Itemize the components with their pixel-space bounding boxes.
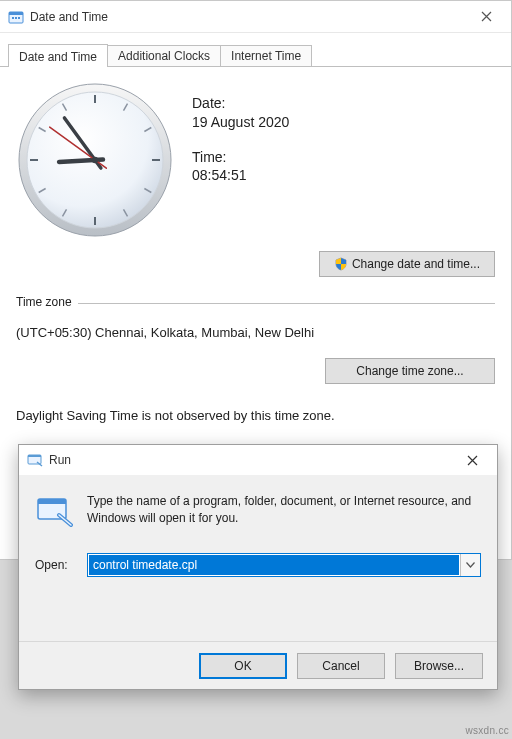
- change-timezone-label: Change time zone...: [356, 364, 463, 378]
- run-title-bar[interactable]: Run: [19, 445, 497, 475]
- change-date-time-label: Change date and time...: [352, 257, 480, 271]
- tab-date-and-time[interactable]: Date and Time: [8, 44, 108, 67]
- svg-rect-24: [28, 455, 41, 457]
- change-timezone-button[interactable]: Change time zone...: [325, 358, 495, 384]
- tab-additional-clocks[interactable]: Additional Clocks: [107, 45, 221, 66]
- run-message: Type the name of a program, folder, docu…: [87, 493, 481, 528]
- window-title: Date and Time: [30, 10, 108, 24]
- tab-bar: Date and Time Additional Clocks Internet…: [0, 33, 511, 67]
- run-app-icon: [35, 493, 73, 531]
- dst-text: Daylight Saving Time is not observed by …: [16, 408, 495, 423]
- svg-rect-26: [38, 499, 66, 504]
- svg-rect-2: [12, 17, 14, 19]
- close-button[interactable]: [467, 4, 505, 30]
- analog-clock: [16, 81, 174, 239]
- date-value: 19 August 2020: [192, 114, 495, 131]
- time-value: 08:54:51: [192, 167, 495, 184]
- tab-internet-time[interactable]: Internet Time: [220, 45, 312, 66]
- svg-point-22: [92, 157, 98, 163]
- run-title: Run: [49, 453, 71, 467]
- time-label: Time:: [192, 149, 495, 166]
- run-close-button[interactable]: [451, 447, 493, 473]
- timezone-value: (UTC+05:30) Chennai, Kolkata, Mumbai, Ne…: [16, 325, 495, 340]
- browse-button[interactable]: Browse...: [395, 653, 483, 679]
- svg-rect-3: [15, 17, 17, 19]
- shield-icon: [334, 257, 348, 271]
- svg-rect-1: [9, 12, 23, 15]
- change-date-time-button[interactable]: Change date and time...: [319, 251, 495, 277]
- chevron-down-icon[interactable]: [460, 554, 480, 576]
- app-icon: [8, 9, 24, 25]
- date-label: Date:: [192, 95, 495, 112]
- timezone-group-label: Time zone: [16, 295, 78, 309]
- svg-rect-4: [18, 17, 20, 19]
- cancel-button[interactable]: Cancel: [297, 653, 385, 679]
- ok-button[interactable]: OK: [199, 653, 287, 679]
- run-icon-small: [27, 452, 43, 468]
- open-combobox[interactable]: [87, 553, 481, 577]
- open-input[interactable]: [89, 555, 459, 575]
- open-label: Open:: [35, 558, 75, 572]
- title-bar[interactable]: Date and Time: [0, 1, 511, 33]
- run-dialog: Run Type the name of a program, folder, …: [18, 444, 498, 690]
- watermark: wsxdn.cc: [465, 725, 509, 736]
